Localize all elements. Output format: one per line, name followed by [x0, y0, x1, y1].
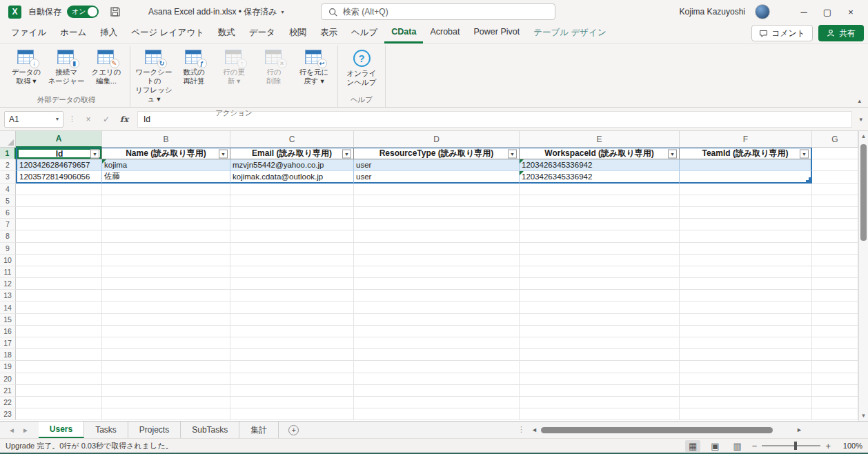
cell-A11[interactable]: [16, 266, 102, 278]
tab-acrobat[interactable]: Acrobat: [423, 23, 466, 43]
cell-E1[interactable]: WorkspaceId (読み取り専用)▼: [520, 148, 680, 159]
sheet-tab-subtasks[interactable]: SubTasks: [181, 422, 239, 438]
avatar[interactable]: [755, 4, 770, 19]
cell-G3[interactable]: [812, 171, 858, 183]
tab-help[interactable]: ヘルプ: [344, 23, 384, 43]
cell-F17[interactable]: [680, 337, 812, 349]
zoom-out-icon[interactable]: −: [752, 441, 758, 451]
cell-A14[interactable]: [16, 302, 102, 313]
cell-E11[interactable]: [520, 266, 680, 278]
new-sheet-button[interactable]: +: [288, 425, 299, 435]
cell-D5[interactable]: [354, 195, 520, 207]
cell-C3[interactable]: kojimak.cdata@outlook.jp: [230, 171, 354, 183]
cell-D20[interactable]: [354, 373, 520, 385]
cell-A19[interactable]: [16, 361, 102, 373]
cell-G2[interactable]: [812, 159, 858, 171]
cell-C12[interactable]: [230, 278, 354, 290]
cell-C22[interactable]: [230, 397, 354, 408]
cell-G13[interactable]: [812, 290, 858, 302]
cell-A15[interactable]: [16, 314, 102, 326]
cell-C9[interactable]: [230, 243, 354, 255]
cell-D13[interactable]: [354, 290, 520, 302]
search-input[interactable]: 検索 (Alt+Q): [321, 3, 555, 20]
cell-B22[interactable]: [102, 397, 230, 408]
cell-C7[interactable]: [230, 219, 354, 230]
cell-C2[interactable]: mzvjn55442@yahoo.co.jp: [230, 159, 354, 171]
cell-A7[interactable]: [16, 219, 102, 230]
cell-F2[interactable]: [680, 159, 812, 171]
cell-E22[interactable]: [520, 397, 680, 408]
cell-F4[interactable]: [680, 184, 812, 195]
row-header-20[interactable]: 20: [0, 373, 16, 385]
zoom-slider[interactable]: [762, 445, 820, 446]
cell-F23[interactable]: [680, 408, 812, 420]
cell-F13[interactable]: [680, 290, 812, 302]
refresh-worksheet-button[interactable]: ↻ワークシートのリフレッシュ ▾: [135, 47, 173, 106]
cell-G9[interactable]: [812, 243, 858, 255]
name-box[interactable]: A1 ▾: [4, 111, 63, 128]
cell-C4[interactable]: [230, 184, 354, 195]
cell-E16[interactable]: [520, 326, 680, 337]
cell-E14[interactable]: [520, 302, 680, 313]
tab-formulas[interactable]: 数式: [211, 23, 242, 43]
comments-button[interactable]: コメント: [751, 25, 813, 41]
cell-A4[interactable]: [16, 184, 102, 195]
row-header-12[interactable]: 12: [0, 278, 16, 290]
cell-A20[interactable]: [16, 373, 102, 385]
column-header-D[interactable]: D: [354, 131, 520, 148]
zoom-level[interactable]: 100%: [838, 442, 862, 450]
cell-A6[interactable]: [16, 207, 102, 219]
autosave-toggle[interactable]: オン: [67, 6, 99, 18]
cell-B16[interactable]: [102, 326, 230, 337]
cell-E9[interactable]: [520, 243, 680, 255]
cell-B11[interactable]: [102, 266, 230, 278]
row-header-9[interactable]: 9: [0, 243, 16, 255]
cell-B13[interactable]: [102, 290, 230, 302]
cell-D9[interactable]: [354, 243, 520, 255]
cell-G4[interactable]: [812, 184, 858, 195]
cell-A1[interactable]: Id▼: [16, 148, 102, 159]
cell-F18[interactable]: [680, 349, 812, 361]
cell-A21[interactable]: [16, 385, 102, 397]
cell-A12[interactable]: [16, 278, 102, 290]
cell-D8[interactable]: [354, 230, 520, 242]
cell-E3[interactable]: 1203426345336942: [520, 171, 680, 183]
cell-G12[interactable]: [812, 278, 858, 290]
horizontal-scroll-thumb[interactable]: [541, 427, 773, 433]
sheet-tab-集計[interactable]: 集計: [239, 422, 279, 438]
cell-F10[interactable]: [680, 255, 812, 266]
row-header-3[interactable]: 3: [0, 171, 16, 183]
filter-dropdown-icon[interactable]: ▼: [800, 149, 809, 158]
cell-B7[interactable]: [102, 219, 230, 230]
tab-cdata[interactable]: CData: [384, 23, 423, 43]
cell-G18[interactable]: [812, 349, 858, 361]
cell-A8[interactable]: [16, 230, 102, 242]
cell-D19[interactable]: [354, 361, 520, 373]
cell-C15[interactable]: [230, 314, 354, 326]
online-help-button[interactable]: ?オンラインヘルプ: [342, 47, 381, 88]
row-header-16[interactable]: 16: [0, 326, 16, 337]
zoom-in-icon[interactable]: +: [825, 441, 831, 451]
cell-B4[interactable]: [102, 184, 230, 195]
cell-B19[interactable]: [102, 361, 230, 373]
cell-C5[interactable]: [230, 195, 354, 207]
row-header-23[interactable]: 23: [0, 408, 16, 420]
row-header-7[interactable]: 7: [0, 219, 16, 230]
cell-E21[interactable]: [520, 385, 680, 397]
cell-C21[interactable]: [230, 385, 354, 397]
vertical-scrollbar[interactable]: ▲ ▼: [858, 131, 868, 421]
column-header-C[interactable]: C: [230, 131, 354, 148]
cancel-entry-icon[interactable]: ×: [81, 115, 96, 124]
cell-G14[interactable]: [812, 302, 858, 313]
cell-G20[interactable]: [812, 373, 858, 385]
column-header-G[interactable]: G: [812, 131, 858, 148]
cell-A16[interactable]: [16, 326, 102, 337]
cell-C8[interactable]: [230, 230, 354, 242]
scroll-right-icon[interactable]: ►: [796, 426, 802, 433]
cell-C18[interactable]: [230, 349, 354, 361]
row-header-17[interactable]: 17: [0, 337, 16, 349]
tab-review[interactable]: 校閲: [282, 23, 313, 43]
cell-G10[interactable]: [812, 255, 858, 266]
sheet-tab-users[interactable]: Users: [39, 422, 84, 438]
vertical-scroll-thumb[interactable]: [860, 144, 867, 241]
